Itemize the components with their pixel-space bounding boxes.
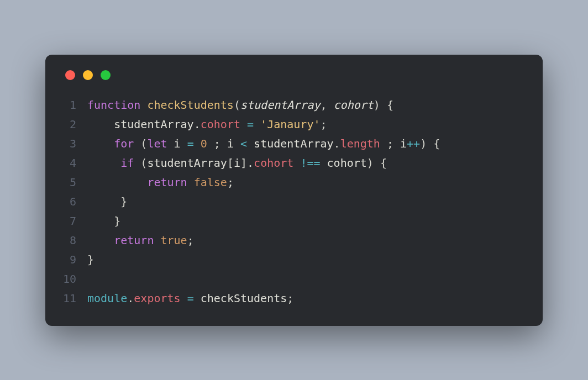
code-token: studentArray (254, 137, 334, 150)
code-token (194, 137, 201, 150)
window-titlebar (63, 70, 525, 80)
code-token: 'Janaury' (260, 118, 320, 131)
code-token: } (87, 195, 127, 208)
code-token: ( (134, 137, 147, 150)
code-token: !== (300, 156, 320, 170)
code-token: ; (380, 137, 400, 150)
code-token (240, 118, 247, 131)
code-window: 1function checkStudents(studentArray, co… (45, 55, 543, 326)
code-token: false (194, 176, 227, 189)
code-token: . (127, 292, 134, 305)
code-token: studentArray (240, 98, 321, 112)
code-token: cohort (327, 156, 367, 170)
line-number: 3 (63, 134, 87, 154)
line-content: module.exports = checkStudents; (87, 289, 293, 308)
code-token: ; (227, 176, 234, 189)
code-token: < (240, 137, 247, 150)
code-line: 2 studentArray.cohort = 'Janaury'; (63, 115, 525, 134)
line-number: 10 (63, 270, 87, 289)
code-token: } (87, 214, 120, 228)
code-token: length (340, 137, 380, 150)
code-token: = (187, 292, 194, 305)
code-line: 5 return false; (63, 173, 525, 192)
minimize-icon[interactable] (83, 70, 93, 80)
code-token: exports (134, 292, 180, 305)
line-content: } (87, 250, 94, 270)
code-token: ; (207, 137, 227, 150)
code-token: return (114, 234, 154, 247)
code-token (87, 234, 114, 247)
code-token: = (247, 118, 254, 131)
code-token (321, 156, 327, 170)
code-token (234, 137, 240, 150)
code-line: 8 return true; (63, 231, 525, 250)
maximize-icon[interactable] (101, 70, 111, 80)
line-content: if (studentArray[i].cohort !== cohort) { (87, 154, 387, 173)
code-token: studentArray (114, 118, 194, 131)
code-token: i (227, 137, 234, 150)
code-token (87, 137, 114, 150)
line-content: } (87, 212, 120, 231)
code-token (167, 137, 174, 150)
code-token: 0 (201, 137, 207, 150)
code-token: if (120, 156, 134, 170)
code-token: ; (320, 118, 327, 131)
code-token (181, 137, 187, 150)
line-number: 6 (63, 192, 87, 212)
code-token: { (387, 98, 393, 112)
line-content: } (87, 192, 127, 212)
code-token: . (334, 137, 340, 150)
line-content: studentArray.cohort = 'Janaury'; (87, 115, 327, 134)
code-token (194, 292, 201, 305)
line-number: 2 (63, 115, 87, 134)
code-token: let (147, 137, 167, 150)
line-number: 4 (63, 154, 87, 173)
code-token: cohort (254, 156, 293, 170)
code-token: = (187, 137, 194, 150)
code-editor[interactable]: 1function checkStudents(studentArray, co… (63, 96, 525, 308)
code-line: 1function checkStudents(studentArray, co… (63, 96, 525, 115)
code-token: checkStudents (147, 98, 234, 112)
code-token: cohort (334, 98, 374, 112)
code-token: return (147, 176, 187, 189)
code-token: ++ (407, 137, 420, 150)
code-line: 3 for (let i = 0 ; i < studentArray.leng… (63, 134, 525, 154)
line-number: 5 (63, 173, 87, 192)
code-line: 7 } (63, 212, 525, 231)
code-token: true (160, 234, 187, 247)
code-token: [ (227, 156, 234, 170)
code-token: , (320, 98, 333, 112)
line-content: for (let i = 0 ; i < studentArray.length… (87, 134, 440, 154)
code-token: for (114, 137, 134, 150)
line-number: 9 (63, 250, 87, 270)
code-token: studentArray (147, 156, 227, 170)
code-token (87, 118, 114, 131)
code-token: i (174, 137, 181, 150)
code-token: } (87, 253, 94, 266)
code-token (87, 156, 120, 170)
code-token (181, 292, 187, 305)
code-token: ]. (240, 156, 254, 170)
code-token (187, 176, 194, 189)
line-content: return true; (87, 231, 194, 250)
line-content: return false; (87, 173, 234, 192)
code-token: ) (374, 98, 380, 112)
code-line: 6 } (63, 192, 525, 212)
code-line: 9} (63, 250, 525, 270)
code-token: i (234, 156, 240, 170)
line-number: 11 (63, 289, 87, 308)
code-line: 4 if (studentArray[i].cohort !== cohort)… (63, 154, 525, 173)
close-icon[interactable] (65, 70, 75, 80)
code-token: ) { (367, 156, 387, 170)
line-number: 8 (63, 231, 87, 250)
code-token: checkStudents (201, 292, 287, 305)
code-token (140, 98, 147, 112)
code-token (254, 118, 260, 131)
code-token (154, 234, 160, 247)
line-content: function checkStudents(studentArray, coh… (87, 96, 393, 115)
line-number: 7 (63, 212, 87, 231)
code-token: ( (234, 98, 240, 112)
code-token: . (194, 118, 201, 131)
code-token: ; (287, 292, 293, 305)
code-token: cohort (201, 118, 240, 131)
